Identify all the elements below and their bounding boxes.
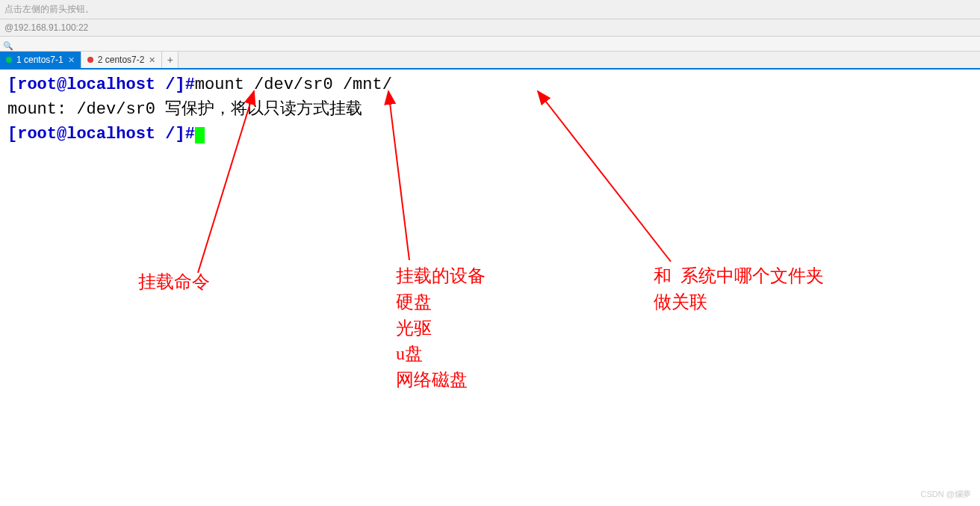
close-icon[interactable]: ✕ <box>149 55 155 65</box>
watermark: CSDN @爛夢 <box>921 489 971 500</box>
prompt-hash: # <box>185 125 195 144</box>
add-tab-button[interactable]: + <box>162 52 179 68</box>
address-text: @192.168.91.100:22 <box>4 22 88 33</box>
cursor-icon <box>195 127 205 144</box>
prompt-hash: # <box>185 75 195 94</box>
output-text: mount: /dev/sr0 写保护，将以只读方式挂载 <box>7 100 362 119</box>
annotation-middle: 挂载的设备 硬盘 光驱 u盘 网络磁盘 <box>396 263 486 393</box>
command-text: mount /dev/sr0 /mnt/ <box>195 75 392 94</box>
status-dot-icon <box>6 57 12 63</box>
tab-label: 2 centos7-2 <box>98 55 145 65</box>
top-hint-bar: 点击左侧的箭头按钮。 <box>0 0 980 19</box>
hint-text: 点击左侧的箭头按钮。 <box>4 4 94 14</box>
search-icon[interactable]: 🔍 <box>3 41 12 50</box>
address-bar: @192.168.91.100:22 <box>0 19 980 37</box>
terminal-line-2: mount: /dev/sr0 写保护，将以只读方式挂载 <box>7 97 973 122</box>
annotation-right: 和 系统中哪个文件夹 做关联 <box>654 263 824 315</box>
terminal-line-1: [root@localhost /]#mount /dev/sr0 /mnt/ <box>7 72 973 97</box>
close-icon[interactable]: ✕ <box>68 55 75 65</box>
annotation-left: 挂载命令 <box>138 269 210 295</box>
status-dot-icon <box>87 57 93 63</box>
terminal[interactable]: [root@localhost /]#mount /dev/sr0 /mnt/ … <box>0 70 980 149</box>
plus-icon: + <box>167 54 173 66</box>
tabs-bar: 1 centos7-1 ✕ 2 centos7-2 ✕ + <box>0 52 980 70</box>
prompt: [root@localhost /] <box>7 75 185 94</box>
tab-centos7-1[interactable]: 1 centos7-1 ✕ <box>0 52 81 68</box>
tab-centos7-2[interactable]: 2 centos7-2 ✕ <box>81 52 163 68</box>
prompt: [root@localhost /] <box>7 125 185 144</box>
terminal-line-3: [root@localhost /]# <box>7 122 973 146</box>
tab-label: 1 centos7-1 <box>16 55 63 65</box>
toolbar: 🔍 <box>0 37 980 52</box>
